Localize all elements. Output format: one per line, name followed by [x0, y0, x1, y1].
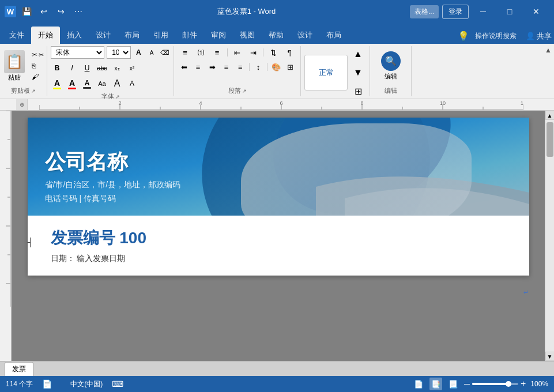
- tab-references[interactable]: 引用: [146, 27, 175, 44]
- zoom-track[interactable]: [472, 383, 518, 385]
- share-button[interactable]: 👤 共享: [526, 31, 552, 42]
- align-right-button[interactable]: ➡: [206, 61, 218, 73]
- style-expand-button[interactable]: ⊞: [350, 83, 366, 99]
- word-app-icon: W: [5, 6, 16, 17]
- clear-format-button[interactable]: ⌫: [159, 46, 170, 59]
- font-name-select[interactable]: 宋体: [51, 46, 104, 59]
- sort-button[interactable]: ⇅: [266, 46, 281, 59]
- login-button[interactable]: 登录: [442, 5, 469, 19]
- tell-me-input[interactable]: 操作说明搜索: [475, 31, 517, 41]
- ribbon-collapse-button[interactable]: ▲: [545, 46, 552, 54]
- company-address[interactable]: 省/市/自治区，市/县，地址，邮政编码: [45, 180, 181, 190]
- document-area[interactable]: ┤ ↵ ↵ ↵ ↵: [12, 111, 545, 361]
- web-layout-button[interactable]: 📃: [447, 378, 459, 390]
- tab-layout[interactable]: 布局: [118, 27, 146, 44]
- copy-button[interactable]: ⎘: [29, 61, 46, 71]
- borders-button[interactable]: ⊞: [284, 61, 297, 73]
- bold-button[interactable]: B: [51, 62, 63, 74]
- tab-design2[interactable]: 设计: [291, 27, 319, 44]
- save-button[interactable]: 💾: [20, 5, 33, 18]
- ruler-area: ⊕ │ 2 4 6 8 10 12: [0, 99, 554, 111]
- clipboard-label[interactable]: 剪贴板 ↗: [11, 85, 36, 96]
- align-center-button[interactable]: ≡: [191, 61, 204, 73]
- vertical-scrollbar[interactable]: ▲ ▼: [545, 111, 554, 361]
- close-button[interactable]: ✕: [523, 0, 549, 23]
- multilevel-button[interactable]: ≡: [210, 46, 225, 59]
- font-shrink-button[interactable]: A: [126, 77, 138, 90]
- ribbon-body: 📋 粘贴 ✂ ✂ ⎘ 🖌 剪贴板 ↗: [0, 44, 554, 99]
- style-gallery-item[interactable]: 正常: [304, 55, 348, 91]
- invoice-date-value[interactable]: 输入发票日期: [77, 254, 125, 263]
- italic-button[interactable]: I: [66, 62, 78, 74]
- paste-button[interactable]: 📋 粘贴: [1, 49, 28, 83]
- tab-design[interactable]: 设计: [89, 27, 118, 44]
- font-size-up-button[interactable]: A: [133, 46, 144, 59]
- distribute-button[interactable]: ≡: [234, 61, 247, 73]
- svg-text:4: 4: [199, 100, 202, 106]
- minimize-button[interactable]: ─: [470, 0, 496, 23]
- tab-layout2[interactable]: 布局: [319, 27, 348, 44]
- company-contact[interactable]: 电话号码 | 传真号码: [45, 194, 181, 204]
- maximize-button[interactable]: □: [496, 0, 523, 23]
- document-body[interactable]: 发票编号 100 日期： 输入发票日期: [28, 216, 529, 276]
- edit-mark-4: ↵: [523, 289, 529, 296]
- style-scroll-down-button[interactable]: ▼: [350, 65, 366, 81]
- print-layout-button[interactable]: 📑: [429, 378, 442, 390]
- context-button[interactable]: 表格...: [410, 5, 439, 18]
- text-highlight-button[interactable]: A: [51, 77, 63, 90]
- scroll-track[interactable]: [545, 120, 555, 352]
- font-size-select[interactable]: 10: [107, 46, 131, 59]
- zoom-handle[interactable]: [506, 381, 511, 387]
- font-label[interactable]: 字体 ↗: [101, 91, 120, 99]
- tab-insert[interactable]: 插入: [60, 27, 89, 44]
- tab-mailings[interactable]: 邮件: [175, 27, 204, 44]
- scroll-down-button[interactable]: ▼: [545, 352, 555, 361]
- strikethrough-button[interactable]: abc: [96, 62, 108, 74]
- ruler-corner[interactable]: ⊕: [16, 99, 28, 111]
- tab-review[interactable]: 审阅: [204, 27, 233, 44]
- invoice-date[interactable]: 日期： 输入发票日期: [51, 254, 506, 264]
- numbering-button[interactable]: ⑴: [194, 46, 209, 59]
- tab-view[interactable]: 视图: [233, 27, 262, 44]
- invoice-number[interactable]: 发票编号 100: [51, 227, 506, 249]
- line-spacing-button[interactable]: ↕: [252, 61, 265, 73]
- sheet-tab-invoice[interactable]: 发票: [5, 362, 33, 376]
- scroll-up-button[interactable]: ▲: [545, 111, 555, 120]
- style-gallery-controls: ▲ ▼ ⊞: [350, 46, 366, 99]
- tab-help[interactable]: 帮助: [262, 27, 291, 44]
- justify-button[interactable]: ≡: [220, 61, 232, 73]
- bullets-button[interactable]: ≡: [178, 46, 193, 59]
- tab-home[interactable]: 开始: [31, 27, 60, 44]
- decrease-indent-button[interactable]: ⇤: [230, 46, 245, 59]
- document-header-image[interactable]: 公司名称 省/市/自治区，市/县，地址，邮政编码 电话号码 | 传真号码: [28, 118, 529, 216]
- case-button[interactable]: Aa: [96, 77, 108, 90]
- text-color-button[interactable]: A: [81, 77, 93, 90]
- shading-button[interactable]: 🎨: [270, 61, 282, 73]
- read-mode-button[interactable]: 📄: [412, 378, 425, 390]
- format-painter-button[interactable]: 🖌: [29, 71, 46, 82]
- subscript-button[interactable]: x₂: [111, 62, 123, 74]
- tab-file[interactable]: 文件: [2, 27, 31, 44]
- lightbulb-icon[interactable]: 💡: [455, 28, 472, 44]
- font-size-down-button[interactable]: A: [146, 46, 157, 59]
- paragraph-label[interactable]: 段落 ↗: [228, 85, 247, 96]
- redo-button[interactable]: ↪: [54, 5, 68, 18]
- find-replace-button[interactable]: 🔍 编辑: [376, 49, 405, 83]
- zoom-minus-button[interactable]: ─: [464, 379, 470, 389]
- style-scroll-up-button[interactable]: ▲: [350, 46, 366, 62]
- company-name[interactable]: 公司名称: [45, 148, 181, 176]
- align-left-button[interactable]: ⬅: [178, 61, 190, 73]
- font-color-button[interactable]: A: [66, 77, 78, 90]
- scroll-thumb[interactable]: [547, 122, 553, 157]
- font-grow-button[interactable]: A: [111, 77, 123, 90]
- superscript-button[interactable]: x²: [126, 62, 138, 74]
- para-row1: ≡ ⑴ ≡ ⇤ ⇥ ⇅ ¶: [178, 46, 297, 59]
- undo-button[interactable]: ↩: [37, 5, 51, 18]
- increase-indent-button[interactable]: ⇥: [246, 46, 261, 59]
- more-button[interactable]: ⋯: [71, 5, 85, 18]
- zoom-plus-button[interactable]: +: [521, 379, 526, 389]
- show-formatting-button[interactable]: ¶: [282, 46, 297, 59]
- underline-button[interactable]: U: [81, 62, 93, 74]
- cut-button[interactable]: ✂ ✂: [29, 50, 46, 60]
- header-text-block[interactable]: 公司名称 省/市/自治区，市/县，地址，邮政编码 电话号码 | 传真号码: [45, 148, 181, 204]
